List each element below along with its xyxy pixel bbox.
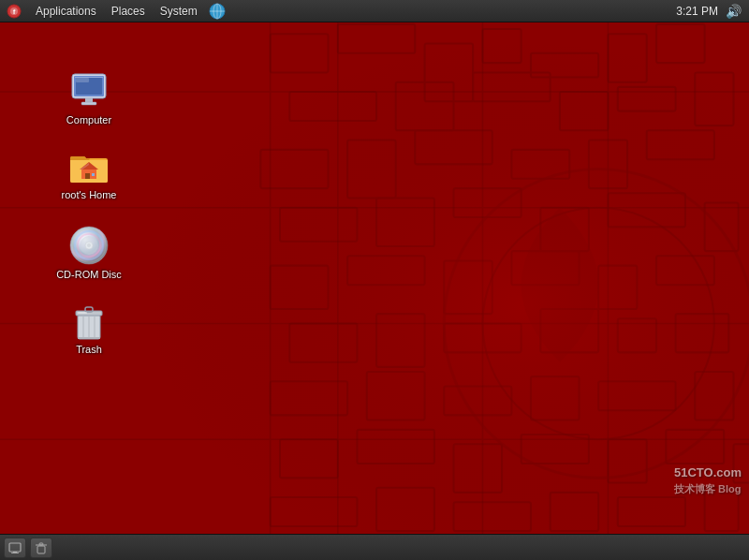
menu-bar-right: 3:21 PM 🔊 [676, 4, 749, 19]
trash-icon-image [66, 298, 111, 343]
svg-rect-99 [85, 307, 93, 312]
watermark: 51CTO.com 技术博客 Blog [674, 464, 742, 496]
svg-rect-105 [37, 546, 45, 553]
svg-rect-100 [78, 312, 87, 314]
computer-icon[interactable]: Computer [51, 65, 126, 130]
system-menu[interactable]: System [153, 0, 205, 22]
svg-rect-101 [78, 337, 100, 339]
svg-rect-107 [39, 543, 43, 545]
computer-label: Computer [66, 113, 111, 126]
roots-home-label: root's Home [62, 188, 117, 201]
fedora-logo[interactable]: f [4, 1, 24, 22]
menu-bar-left: f Applications Places System [0, 0, 676, 22]
cdrom-icon-image [66, 223, 111, 268]
roots-home-icon[interactable]: root's Home [51, 140, 126, 205]
cdrom-label: CD-ROM Disc [56, 268, 122, 281]
trash-label: Trash [76, 343, 102, 356]
svg-rect-81 [75, 77, 103, 78]
menu-bar: f Applications Places System 3:21 PM 🔊 [0, 0, 749, 22]
computer-icon-image [66, 68, 111, 113]
svg-rect-79 [85, 98, 93, 102]
roots-home-icon-image [66, 143, 111, 188]
svg-rect-85 [92, 173, 95, 176]
places-menu[interactable]: Places [104, 0, 153, 22]
volume-icon[interactable]: 🔊 [726, 4, 742, 19]
trash-icon[interactable]: Trash [51, 294, 126, 360]
svg-rect-78 [76, 78, 89, 82]
taskbar-trash-button[interactable] [30, 538, 52, 558]
svg-text:f: f [13, 7, 16, 16]
taskbar [0, 534, 749, 560]
desktop: Computer root's Home [0, 22, 749, 534]
svg-rect-104 [11, 553, 19, 553]
watermark-line1: 51CTO.com [674, 464, 742, 481]
svg-rect-84 [85, 173, 90, 179]
network-icon-menu[interactable] [205, 0, 229, 22]
applications-menu[interactable]: Applications [28, 0, 104, 22]
show-desktop-button[interactable] [4, 538, 26, 558]
watermark-line2: 技术博客 Blog [674, 482, 742, 496]
svg-rect-102 [9, 543, 21, 552]
svg-rect-80 [81, 102, 96, 105]
clock: 3:21 PM [676, 5, 718, 18]
svg-point-93 [80, 236, 98, 255]
cdrom-icon[interactable]: CD-ROM Disc [51, 219, 126, 285]
